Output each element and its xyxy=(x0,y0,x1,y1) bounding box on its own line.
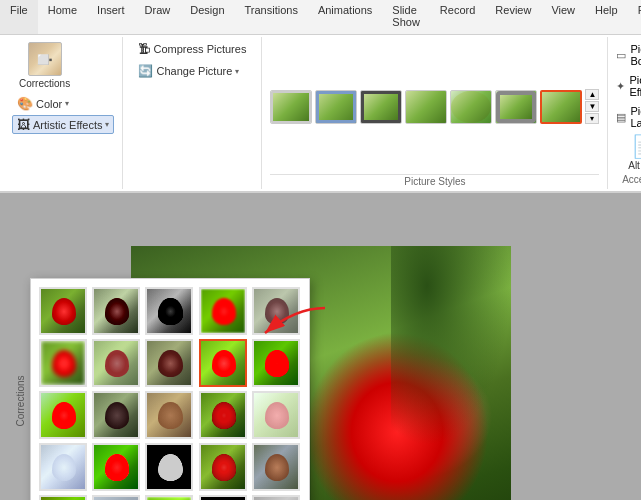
corrections-label: Corrections xyxy=(15,375,26,426)
change-picture-chevron: ▾ xyxy=(235,67,239,76)
tab-help[interactable]: Help xyxy=(585,0,628,34)
effect-pencil-sketch[interactable] xyxy=(92,287,140,335)
effect-paint-strokes[interactable] xyxy=(252,339,300,387)
ribbon: File Home Insert Draw Design Transitions… xyxy=(0,0,641,193)
effect-paint-brush[interactable] xyxy=(39,495,87,500)
tab-draw[interactable]: Draw xyxy=(135,0,181,34)
effect-halftone[interactable] xyxy=(92,391,140,439)
effect-none[interactable] xyxy=(39,287,87,335)
effect-cutout[interactable] xyxy=(92,495,140,500)
picture-effects-button[interactable]: ✦ Picture Effects ▾ xyxy=(612,72,641,100)
tab-transitions[interactable]: Transitions xyxy=(235,0,308,34)
color-button[interactable]: 🎨 Color ▾ xyxy=(12,94,114,113)
picture-tools-content: 🗜 Compress Pictures 🔄 Change Picture ▾ xyxy=(131,39,253,187)
tab-slideshow[interactable]: Slide Show xyxy=(382,0,430,34)
accessibility-link[interactable]: Accessibility xyxy=(612,174,641,185)
ribbon-tab-bar: File Home Insert Draw Design Transitions… xyxy=(0,0,641,35)
effect-watercolor[interactable] xyxy=(39,391,87,439)
tab-animations[interactable]: Animations xyxy=(308,0,382,34)
styles-scroll-up[interactable]: ▲ xyxy=(585,89,599,100)
tab-review[interactable]: Review xyxy=(485,0,541,34)
effect-pencil-grayscale[interactable] xyxy=(252,495,300,500)
effect-watercolor-sponge[interactable] xyxy=(199,287,247,335)
adjust-group-content: ⬜▪ Corrections 🎨 Color ▾ 🖼 Artistic Effe… xyxy=(12,39,114,187)
corrections-button[interactable]: ⬜▪ Corrections xyxy=(12,39,114,92)
picture-styles-label: Picture Styles xyxy=(270,174,599,187)
effect-crisscross[interactable] xyxy=(252,443,300,491)
picture-styles-row: ▲ ▼ ▾ xyxy=(270,39,599,174)
effect-charcoal[interactable] xyxy=(199,495,247,500)
change-picture-button[interactable]: 🔄 Change Picture ▾ xyxy=(131,61,253,81)
style-thumb-5[interactable] xyxy=(450,90,492,124)
picture-border-button[interactable]: ▭ Picture Border ▾ xyxy=(612,41,641,69)
style-thumb-6[interactable] xyxy=(495,90,537,124)
alt-text-button[interactable]: 📄 Alt Text xyxy=(612,134,641,171)
effect-photocopy[interactable] xyxy=(145,443,193,491)
styles-scroll-down[interactable]: ▼ xyxy=(585,101,599,112)
style-thumb-2[interactable] xyxy=(315,90,357,124)
effect-pastels[interactable] xyxy=(252,391,300,439)
picture-styles-group: ▲ ▼ ▾ Picture Styles xyxy=(262,37,608,189)
color-chevron: ▾ xyxy=(65,99,69,108)
right-panel: ▭ Picture Border ▾ ✦ Picture Effects ▾ ▤… xyxy=(608,37,641,189)
main-area: Corrections xyxy=(0,193,641,500)
style-thumb-7[interactable] xyxy=(540,90,582,124)
ribbon-content-area: ⬜▪ Corrections 🎨 Color ▾ 🖼 Artistic Effe… xyxy=(0,35,641,192)
tab-view[interactable]: View xyxy=(541,0,585,34)
effect-light-screen[interactable] xyxy=(92,339,140,387)
compress-pictures-button[interactable]: 🗜 Compress Pictures xyxy=(131,39,253,59)
effect-glass[interactable] xyxy=(199,339,247,387)
tab-pdfelement[interactable]: PDFelement xyxy=(628,0,641,34)
artistic-effects-button[interactable]: 🖼 Artistic Effects ▾ xyxy=(12,115,114,134)
styles-expand[interactable]: ▾ xyxy=(585,113,599,124)
artistic-effects-chevron: ▾ xyxy=(105,120,109,129)
effect-mosaic[interactable] xyxy=(199,391,247,439)
tab-design[interactable]: Design xyxy=(180,0,234,34)
adjust-group: ⬜▪ Corrections 🎨 Color ▾ 🖼 Artistic Effe… xyxy=(4,37,123,189)
artistic-effects-panel: 🖼 Artistic Effects Options... xyxy=(30,278,310,500)
effect-line-drawing[interactable] xyxy=(145,287,193,335)
effect-marker[interactable] xyxy=(92,443,140,491)
style-thumb-1[interactable] xyxy=(270,90,312,124)
effect-plastic-wrap[interactable] xyxy=(39,443,87,491)
effect-cement[interactable] xyxy=(145,339,193,387)
tab-home[interactable]: Home xyxy=(38,0,87,34)
picture-layout-button[interactable]: ▤ Picture Layout ▾ xyxy=(612,103,641,131)
tab-insert[interactable]: Insert xyxy=(87,0,135,34)
style-thumb-3[interactable] xyxy=(360,90,402,124)
picture-tools-group: 🗜 Compress Pictures 🔄 Change Picture ▾ xyxy=(123,37,262,189)
tab-record[interactable]: Record xyxy=(430,0,485,34)
effect-blur[interactable] xyxy=(39,339,87,387)
effect-glow-diffused[interactable] xyxy=(145,495,193,500)
styles-scroll-arrows: ▲ ▼ ▾ xyxy=(585,89,599,124)
effect-film-grain[interactable] xyxy=(145,391,193,439)
effects-grid xyxy=(39,287,301,500)
slide-area[interactable]: 🖼 Artistic Effects Options... xyxy=(0,193,641,500)
style-thumb-4[interactable] xyxy=(405,90,447,124)
effect-chalk-sketch[interactable] xyxy=(252,287,300,335)
tab-file[interactable]: File xyxy=(0,0,38,34)
effect-texturize[interactable] xyxy=(199,443,247,491)
